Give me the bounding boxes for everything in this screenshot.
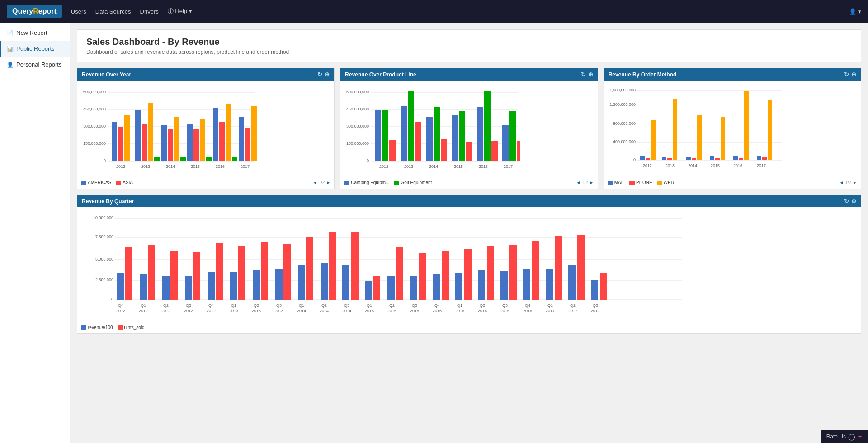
- svg-rect-61: [484, 91, 491, 161]
- legend-revenue100: revenue/100: [81, 325, 113, 330]
- svg-rect-29: [239, 117, 244, 161]
- chart-revenue-over-product-icons: ↻ ⊕: [581, 71, 593, 78]
- svg-rect-153: [532, 241, 539, 300]
- legend-dot-phone: [629, 181, 635, 185]
- legend-mail: MAIL: [608, 180, 625, 185]
- svg-rect-16: [154, 157, 160, 161]
- legend-dot-americas: [81, 181, 86, 185]
- refresh-icon-1[interactable]: ↻: [317, 71, 322, 78]
- svg-text:2015: 2015: [387, 309, 396, 313]
- svg-text:2017: 2017: [757, 163, 766, 168]
- svg-text:2017: 2017: [504, 164, 513, 169]
- svg-rect-86: [667, 158, 672, 160]
- svg-text:2014: 2014: [297, 309, 306, 313]
- svg-rect-49: [382, 110, 388, 161]
- svg-rect-146: [455, 273, 462, 300]
- legend-camping: Camping Equipm...: [344, 180, 389, 185]
- svg-text:Q3: Q3: [276, 303, 282, 308]
- svg-rect-27: [226, 104, 231, 161]
- svg-rect-156: [568, 265, 576, 300]
- svg-text:2,500,000: 2,500,000: [95, 277, 113, 282]
- svg-text:2013: 2013: [252, 309, 261, 313]
- github-icon[interactable]: ◯: [848, 433, 855, 440]
- settings-icon-1[interactable]: ⊕: [325, 71, 330, 78]
- legend-label-phone: PHONE: [636, 180, 652, 185]
- svg-rect-149: [487, 246, 494, 300]
- nav-help[interactable]: ⓘ Help ▾: [168, 7, 192, 15]
- svg-rect-11: [118, 127, 123, 161]
- svg-rect-151: [509, 245, 517, 300]
- svg-text:Q4: Q4: [208, 303, 214, 308]
- svg-text:Q2: Q2: [163, 303, 169, 308]
- svg-rect-19: [174, 117, 179, 161]
- svg-rect-122: [185, 276, 192, 300]
- svg-text:2015: 2015: [711, 163, 720, 168]
- svg-rect-127: [238, 246, 245, 300]
- svg-rect-140: [387, 276, 395, 300]
- settings-icon-3[interactable]: ⊕: [851, 71, 856, 78]
- refresh-icon-4[interactable]: ↻: [844, 198, 849, 205]
- chart-revenue-by-quarter-body: 10,000,000 7,500,000 5,000,000 2,500,000…: [77, 207, 861, 323]
- svg-text:Q3: Q3: [412, 303, 417, 308]
- settings-icon-4[interactable]: ⊕: [851, 198, 856, 205]
- legend-asia: ASIA: [116, 180, 133, 185]
- svg-text:2017: 2017: [568, 309, 577, 313]
- svg-rect-143: [419, 253, 426, 300]
- svg-text:2013: 2013: [404, 164, 413, 169]
- nav-drivers[interactable]: Drivers: [140, 8, 159, 15]
- svg-rect-141: [396, 247, 403, 300]
- refresh-icon-2[interactable]: ↻: [581, 71, 586, 78]
- svg-rect-139: [373, 276, 380, 300]
- nav-data-sources[interactable]: Data Sources: [95, 8, 131, 15]
- svg-rect-130: [275, 269, 283, 300]
- chart-revenue-by-order-icons: ↻ ⊕: [844, 71, 856, 78]
- main-layout: 📄 New Report 📊 Public Reports 👤 Personal…: [0, 23, 868, 443]
- svg-rect-50: [389, 140, 396, 161]
- legend-next-1[interactable]: ►: [326, 180, 330, 185]
- legend-label-web: WEB: [664, 180, 674, 185]
- legend-next-3[interactable]: ►: [853, 180, 857, 185]
- svg-text:800,000,000: 800,000,000: [613, 121, 636, 126]
- svg-rect-119: [148, 245, 155, 300]
- svg-text:Q3: Q3: [502, 303, 508, 308]
- chart-revenue-by-quarter-legend: revenue/100 uints_sold: [77, 323, 861, 333]
- svg-text:2016: 2016: [523, 309, 532, 313]
- legend-prev-1[interactable]: ◄: [313, 180, 317, 185]
- user-menu[interactable]: 👤 ▾: [849, 8, 861, 15]
- svg-text:2013: 2013: [229, 309, 238, 313]
- svg-rect-118: [140, 274, 147, 300]
- svg-rect-88: [686, 157, 691, 160]
- personal-reports-icon: 👤: [7, 62, 14, 68]
- sidebar-item-personal-reports[interactable]: 👤 Personal Reports: [0, 57, 70, 72]
- legend-next-2[interactable]: ►: [590, 180, 594, 185]
- svg-rect-145: [442, 251, 449, 300]
- legend-prev-2[interactable]: ◄: [576, 180, 580, 185]
- svg-text:450,000,000: 450,000,000: [346, 107, 369, 111]
- sidebar-item-public-reports[interactable]: 📊 Public Reports: [0, 41, 70, 57]
- legend-label-americas: AMERICAS: [88, 180, 111, 185]
- svg-rect-28: [232, 157, 237, 161]
- svg-rect-131: [283, 244, 291, 300]
- svg-rect-56: [441, 139, 447, 161]
- svg-text:Q4: Q4: [525, 303, 530, 308]
- svg-rect-55: [434, 107, 440, 161]
- nav-users[interactable]: Users: [71, 8, 86, 15]
- svg-rect-123: [193, 252, 200, 300]
- sidebar-item-new-report[interactable]: 📄 New Report: [0, 25, 70, 41]
- chart-revenue-over-year-legend: AMERICAS ASIA ◄ 1/2 ►: [77, 178, 334, 189]
- svg-rect-152: [523, 269, 530, 300]
- chart-revenue-by-order-header: Revenue By Order Method ↻ ⊕: [604, 68, 861, 81]
- svg-rect-57: [452, 115, 458, 161]
- legend-nav-3: ◄ 1/2 ►: [839, 180, 857, 185]
- svg-text:450,000,000: 450,000,000: [83, 107, 106, 111]
- legend-golf: Golf Equipment: [394, 180, 432, 185]
- footer: Rate Us ◯ ☀: [821, 430, 868, 443]
- svg-rect-136: [342, 265, 349, 300]
- settings-icon-2[interactable]: ⊕: [588, 71, 593, 78]
- svg-text:2013: 2013: [274, 309, 283, 313]
- svg-text:2012: 2012: [184, 309, 193, 313]
- legend-prev-3[interactable]: ◄: [839, 180, 844, 185]
- brand-logo[interactable]: QueryReport: [7, 5, 62, 18]
- refresh-icon-3[interactable]: ↻: [844, 71, 849, 78]
- svg-rect-91: [710, 156, 714, 160]
